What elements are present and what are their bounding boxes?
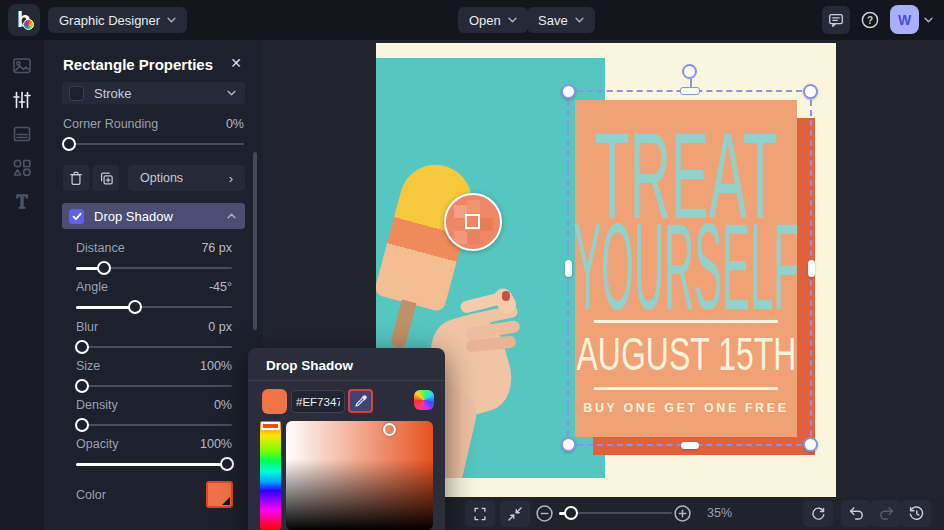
shadow-color-swatch[interactable] <box>206 481 233 508</box>
befunky-logo[interactable]: b <box>8 4 40 36</box>
rainbow-picker-icon[interactable] <box>414 390 434 410</box>
sidebar-item-layers[interactable] <box>11 123 33 145</box>
density-label: Density <box>76 398 118 412</box>
app-menu-label: Graphic Designer <box>59 13 160 28</box>
svg-text:?: ? <box>867 15 873 26</box>
shadow-color-label: Color <box>76 488 106 502</box>
stroke-section[interactable]: Stroke <box>62 82 245 104</box>
resize-handle-w[interactable] <box>565 260 572 277</box>
duplicate-icon <box>98 170 115 187</box>
avatar[interactable]: W <box>890 5 919 34</box>
hex-color-input[interactable] <box>291 390 345 413</box>
history-icon <box>907 504 926 523</box>
properties-panel: Rectangle Properties ✕ Stroke Corner Rou… <box>44 40 263 530</box>
resize-handle-e[interactable] <box>808 260 815 277</box>
opacity-label: Opacity <box>76 437 118 451</box>
corner-rounding-value: 0% <box>226 117 244 131</box>
hue-strip[interactable] <box>260 421 281 530</box>
reset-icon <box>809 505 827 523</box>
fit-screen-icon <box>506 505 524 523</box>
size-slider[interactable] <box>76 378 232 394</box>
drop-shadow-checkbox[interactable] <box>69 209 84 224</box>
zoom-out-icon <box>535 504 554 523</box>
saturation-value-area[interactable] <box>286 421 433 530</box>
density-value: 0% <box>214 398 232 412</box>
sidebar-item-adjustments[interactable] <box>11 89 33 111</box>
resize-handle-ne[interactable] <box>803 84 818 99</box>
slider-knob[interactable] <box>75 340 89 354</box>
open-button[interactable]: Open <box>458 7 528 33</box>
resize-handle-nw[interactable] <box>561 84 576 99</box>
blur-value: 0 px <box>208 320 232 334</box>
redo-button[interactable] <box>871 500 901 527</box>
zoom-slider-knob[interactable] <box>564 506 578 520</box>
opacity-value: 100% <box>200 437 232 451</box>
slider-knob[interactable] <box>62 137 76 151</box>
slider-knob[interactable] <box>75 379 89 393</box>
blur-slider[interactable] <box>76 339 232 355</box>
slider-knob[interactable] <box>220 457 234 471</box>
popup-divider <box>248 380 445 381</box>
drop-shadow-label: Drop Shadow <box>94 209 227 224</box>
hue-indicator[interactable] <box>261 422 280 430</box>
chevron-down-icon <box>227 90 236 96</box>
distance-slider[interactable] <box>76 260 232 276</box>
save-button[interactable]: Save <box>527 7 595 33</box>
help-icon: ? <box>860 10 880 30</box>
layers-icon <box>11 123 33 145</box>
corner-rounding-label: Corner Rounding <box>63 117 158 131</box>
loupe-target-square <box>465 214 480 229</box>
angle-slider[interactable] <box>76 299 232 315</box>
slider-knob[interactable] <box>128 300 142 314</box>
history-button[interactable] <box>901 500 931 527</box>
delete-button[interactable] <box>63 165 89 191</box>
size-value: 100% <box>200 359 232 373</box>
help-button[interactable]: ? <box>856 6 884 34</box>
reset-button[interactable] <box>803 500 833 527</box>
resize-handle-sw[interactable] <box>561 437 576 452</box>
sidebar-item-image[interactable] <box>11 55 33 77</box>
sidebar-item-text[interactable]: T <box>11 191 33 213</box>
painted-nail <box>502 291 510 301</box>
resize-handle-s[interactable] <box>681 442 699 449</box>
resize-handle-se[interactable] <box>803 437 818 452</box>
fit-screen-button[interactable] <box>500 500 530 527</box>
zoom-out-button[interactable] <box>535 504 554 523</box>
app-menu-button[interactable]: Graphic Designer <box>48 7 187 33</box>
zoom-in-button[interactable] <box>673 504 692 523</box>
distance-value: 76 px <box>201 241 232 255</box>
duplicate-button[interactable] <box>93 165 119 191</box>
angle-value: -45° <box>209 280 232 294</box>
corner-rounding-slider[interactable] <box>64 136 244 152</box>
slider-knob[interactable] <box>75 418 89 432</box>
drop-shadow-section[interactable]: Drop Shadow <box>62 203 245 229</box>
eyedropper-icon <box>353 394 368 409</box>
undo-icon <box>847 504 866 523</box>
shapes-icon <box>11 157 33 179</box>
chevron-down-icon <box>167 17 176 23</box>
sidebar-item-shapes[interactable] <box>11 157 33 179</box>
popup-title: Drop Shadow <box>266 358 353 373</box>
top-anchor-handle[interactable] <box>680 87 700 95</box>
chevron-down-icon[interactable] <box>924 17 933 23</box>
opacity-slider[interactable] <box>76 456 232 472</box>
check-icon <box>72 212 82 221</box>
panel-title: Rectangle Properties <box>63 56 213 73</box>
options-button[interactable]: Options › <box>128 165 245 191</box>
chevron-up-icon <box>227 213 236 219</box>
slider-knob[interactable] <box>97 261 111 275</box>
zoom-slider[interactable] <box>559 505 672 521</box>
panel-scrollbar[interactable] <box>253 152 257 330</box>
close-icon[interactable]: ✕ <box>224 51 248 75</box>
rotate-handle[interactable] <box>682 64 697 79</box>
stroke-checkbox[interactable] <box>69 86 84 101</box>
chat-button[interactable] <box>822 6 850 34</box>
color-picker-handle[interactable] <box>383 423 396 436</box>
redo-icon <box>877 504 896 523</box>
undo-button[interactable] <box>841 500 871 527</box>
eyedropper-button[interactable] <box>348 389 373 413</box>
selection-box[interactable] <box>567 90 812 446</box>
fullscreen-button[interactable] <box>465 500 495 527</box>
density-slider[interactable] <box>76 417 232 433</box>
current-color-swatch[interactable] <box>262 389 287 414</box>
